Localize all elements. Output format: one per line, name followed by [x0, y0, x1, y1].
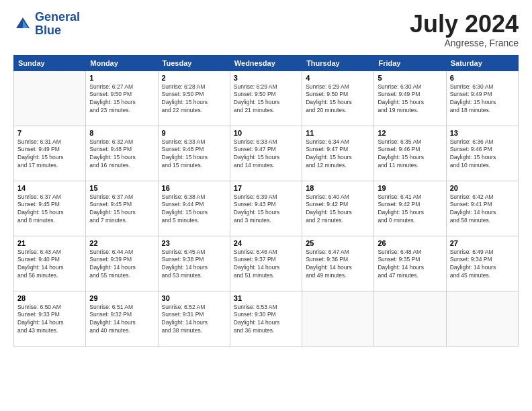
calendar-cell: 22Sunrise: 6:44 AM Sunset: 9:39 PM Dayli… — [86, 236, 158, 291]
location: Angresse, France — [410, 38, 519, 48]
day-number: 10 — [234, 129, 298, 137]
day-number: 20 — [450, 184, 515, 192]
calendar-cell: 3Sunrise: 6:29 AM Sunset: 9:50 PM Daylig… — [230, 71, 302, 126]
day-info: Sunrise: 6:47 AM Sunset: 9:36 PM Dayligh… — [306, 248, 370, 281]
calendar-cell: 2Sunrise: 6:28 AM Sunset: 9:50 PM Daylig… — [158, 71, 230, 126]
day-info: Sunrise: 6:33 AM Sunset: 9:47 PM Dayligh… — [234, 138, 298, 171]
calendar-cell: 27Sunrise: 6:49 AM Sunset: 9:34 PM Dayli… — [446, 236, 518, 291]
day-number: 8 — [89, 129, 154, 137]
day-info: Sunrise: 6:27 AM Sunset: 9:50 PM Dayligh… — [89, 83, 154, 116]
day-info: Sunrise: 6:31 AM Sunset: 9:49 PM Dayligh… — [17, 138, 82, 171]
calendar-week-row: 1Sunrise: 6:27 AM Sunset: 9:50 PM Daylig… — [14, 71, 519, 126]
calendar-cell: 29Sunrise: 6:51 AM Sunset: 9:32 PM Dayli… — [86, 291, 158, 346]
logo: General Blue — [13, 11, 80, 38]
day-info: Sunrise: 6:40 AM Sunset: 9:42 PM Dayligh… — [306, 193, 370, 226]
calendar-table: SundayMondayTuesdayWednesdayThursdayFrid… — [13, 55, 519, 347]
day-info: Sunrise: 6:32 AM Sunset: 9:48 PM Dayligh… — [89, 138, 154, 171]
day-number: 13 — [450, 129, 515, 137]
calendar-cell: 17Sunrise: 6:39 AM Sunset: 9:43 PM Dayli… — [230, 181, 302, 236]
day-header-wednesday: Wednesday — [230, 55, 302, 71]
day-number: 15 — [89, 184, 154, 192]
day-info: Sunrise: 6:36 AM Sunset: 9:46 PM Dayligh… — [450, 138, 515, 171]
day-number: 17 — [234, 184, 298, 192]
calendar-cell: 6Sunrise: 6:30 AM Sunset: 9:49 PM Daylig… — [446, 71, 518, 126]
day-info: Sunrise: 6:30 AM Sunset: 9:49 PM Dayligh… — [378, 83, 442, 116]
day-header-thursday: Thursday — [302, 55, 374, 71]
day-number: 6 — [450, 74, 515, 82]
calendar-cell: 31Sunrise: 6:53 AM Sunset: 9:30 PM Dayli… — [230, 291, 302, 346]
day-info: Sunrise: 6:35 AM Sunset: 9:46 PM Dayligh… — [378, 138, 442, 171]
day-number: 5 — [378, 74, 442, 82]
day-info: Sunrise: 6:45 AM Sunset: 9:38 PM Dayligh… — [162, 248, 226, 281]
day-info: Sunrise: 6:52 AM Sunset: 9:31 PM Dayligh… — [162, 304, 226, 336]
day-header-friday: Friday — [374, 55, 446, 71]
day-info: Sunrise: 6:53 AM Sunset: 9:30 PM Dayligh… — [234, 304, 298, 336]
day-number: 14 — [17, 184, 82, 192]
calendar-cell — [302, 291, 374, 346]
title-block: July 2024 Angresse, France — [410, 11, 519, 48]
calendar-header-row: SundayMondayTuesdayWednesdayThursdayFrid… — [14, 55, 519, 71]
day-info: Sunrise: 6:39 AM Sunset: 9:43 PM Dayligh… — [234, 193, 298, 226]
day-number: 28 — [17, 294, 82, 302]
calendar-cell: 12Sunrise: 6:35 AM Sunset: 9:46 PM Dayli… — [374, 126, 446, 181]
calendar-cell — [14, 71, 86, 126]
calendar-cell: 8Sunrise: 6:32 AM Sunset: 9:48 PM Daylig… — [86, 126, 158, 181]
day-info: Sunrise: 6:50 AM Sunset: 9:33 PM Dayligh… — [17, 304, 82, 336]
calendar-cell: 5Sunrise: 6:30 AM Sunset: 9:49 PM Daylig… — [374, 71, 446, 126]
calendar-cell: 21Sunrise: 6:43 AM Sunset: 9:40 PM Dayli… — [14, 236, 86, 291]
day-info: Sunrise: 6:44 AM Sunset: 9:39 PM Dayligh… — [89, 248, 154, 281]
calendar-cell: 9Sunrise: 6:33 AM Sunset: 9:48 PM Daylig… — [158, 126, 230, 181]
calendar-cell — [446, 291, 518, 346]
calendar-cell: 4Sunrise: 6:29 AM Sunset: 9:50 PM Daylig… — [302, 71, 374, 126]
day-number: 31 — [234, 294, 298, 302]
calendar-cell: 26Sunrise: 6:48 AM Sunset: 9:35 PM Dayli… — [374, 236, 446, 291]
calendar-cell: 7Sunrise: 6:31 AM Sunset: 9:49 PM Daylig… — [14, 126, 86, 181]
day-number: 30 — [162, 294, 226, 302]
page: General Blue July 2024 Angresse, France … — [0, 0, 532, 411]
calendar-week-row: 28Sunrise: 6:50 AM Sunset: 9:33 PM Dayli… — [14, 291, 519, 346]
calendar-cell: 14Sunrise: 6:37 AM Sunset: 9:45 PM Dayli… — [14, 181, 86, 236]
calendar-week-row: 7Sunrise: 6:31 AM Sunset: 9:49 PM Daylig… — [14, 126, 519, 181]
day-number: 9 — [162, 129, 226, 137]
day-number: 1 — [89, 74, 154, 82]
day-number: 19 — [378, 184, 442, 192]
day-number: 29 — [89, 294, 154, 302]
day-info: Sunrise: 6:38 AM Sunset: 9:44 PM Dayligh… — [162, 193, 226, 226]
day-number: 11 — [306, 129, 370, 137]
month-title: July 2024 — [410, 11, 519, 38]
header: General Blue July 2024 Angresse, France — [13, 11, 519, 48]
calendar-week-row: 14Sunrise: 6:37 AM Sunset: 9:45 PM Dayli… — [14, 181, 519, 236]
calendar-cell: 16Sunrise: 6:38 AM Sunset: 9:44 PM Dayli… — [158, 181, 230, 236]
day-header-monday: Monday — [86, 55, 158, 71]
day-number: 2 — [162, 74, 226, 82]
day-header-tuesday: Tuesday — [158, 55, 230, 71]
logo-icon — [13, 15, 32, 34]
calendar-cell: 10Sunrise: 6:33 AM Sunset: 9:47 PM Dayli… — [230, 126, 302, 181]
day-info: Sunrise: 6:29 AM Sunset: 9:50 PM Dayligh… — [306, 83, 370, 116]
calendar-cell — [374, 291, 446, 346]
day-number: 22 — [89, 239, 154, 247]
day-number: 4 — [306, 74, 370, 82]
day-number: 18 — [306, 184, 370, 192]
day-info: Sunrise: 6:49 AM Sunset: 9:34 PM Dayligh… — [450, 248, 515, 281]
day-number: 24 — [234, 239, 298, 247]
calendar-cell: 25Sunrise: 6:47 AM Sunset: 9:36 PM Dayli… — [302, 236, 374, 291]
day-info: Sunrise: 6:33 AM Sunset: 9:48 PM Dayligh… — [162, 138, 226, 171]
day-number: 21 — [17, 239, 82, 247]
day-header-sunday: Sunday — [14, 55, 86, 71]
day-info: Sunrise: 6:42 AM Sunset: 9:41 PM Dayligh… — [450, 193, 515, 226]
day-info: Sunrise: 6:28 AM Sunset: 9:50 PM Dayligh… — [162, 83, 226, 116]
day-number: 25 — [306, 239, 370, 247]
calendar-cell: 23Sunrise: 6:45 AM Sunset: 9:38 PM Dayli… — [158, 236, 230, 291]
calendar-cell: 28Sunrise: 6:50 AM Sunset: 9:33 PM Dayli… — [14, 291, 86, 346]
day-info: Sunrise: 6:48 AM Sunset: 9:35 PM Dayligh… — [378, 248, 442, 281]
day-info: Sunrise: 6:51 AM Sunset: 9:32 PM Dayligh… — [89, 304, 154, 336]
calendar-cell: 19Sunrise: 6:41 AM Sunset: 9:42 PM Dayli… — [374, 181, 446, 236]
day-number: 26 — [378, 239, 442, 247]
calendar-cell: 1Sunrise: 6:27 AM Sunset: 9:50 PM Daylig… — [86, 71, 158, 126]
day-info: Sunrise: 6:30 AM Sunset: 9:49 PM Dayligh… — [450, 83, 515, 116]
day-info: Sunrise: 6:37 AM Sunset: 9:45 PM Dayligh… — [89, 193, 154, 226]
day-info: Sunrise: 6:46 AM Sunset: 9:37 PM Dayligh… — [234, 248, 298, 281]
calendar-cell: 13Sunrise: 6:36 AM Sunset: 9:46 PM Dayli… — [446, 126, 518, 181]
day-number: 23 — [162, 239, 226, 247]
